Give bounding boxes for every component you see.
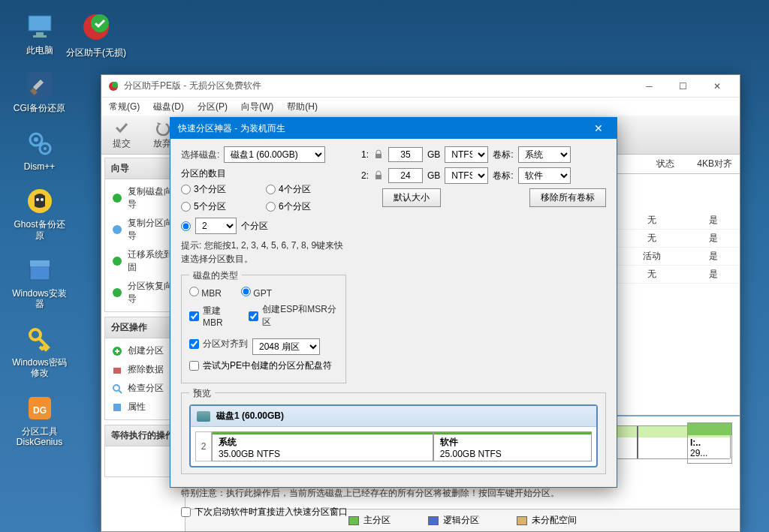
remove-labels-button[interactable]: 移除所有卷标 [529, 188, 606, 207]
plus-icon [111, 345, 123, 357]
hammer-icon [24, 69, 56, 101]
toolbar-commit[interactable]: 提交 [113, 119, 131, 150]
svg-point-10 [36, 198, 39, 201]
partition-fs-select-2[interactable]: NTFS [445, 167, 488, 184]
disk-icon [111, 192, 123, 204]
preview-disk: 磁盘1 (60.00GB) 2 系统35.00GB NTFS 软件25.00GB… [189, 404, 598, 467]
search-icon [111, 383, 123, 395]
preview-section: 预览 磁盘1 (60.00GB) 2 系统35.00GB NTFS [181, 392, 606, 474]
disk-partition-i[interactable]: I:..29... [687, 422, 732, 464]
partition-fs-select-1[interactable]: NTFS [445, 146, 488, 163]
desktop-icon-wininstall[interactable]: Windows安装器 [11, 254, 68, 310]
tip-text: 提示: 您能按1, 2, 3, 4, 5, 6, 7, 8, 9键来快速选择分区… [181, 239, 346, 266]
preview-partition-1[interactable]: 系统35.00GB NTFS [212, 431, 433, 461]
quick-partition-dialog: 快速分区神器 - 为装机而生 ✕ 选择磁盘: 磁盘1 (60.00GB) 分区的… [170, 117, 617, 488]
undo-icon [154, 119, 170, 136]
svg-text:DG: DG [33, 405, 47, 416]
menu-disk[interactable]: 磁盘(D) [153, 101, 184, 113]
partition-label-select-2[interactable]: 软件 [518, 167, 571, 184]
chk-rebuild-mbr[interactable]: 重建MBR [189, 305, 237, 328]
radio-5-partitions[interactable]: 5个分区 [181, 200, 261, 213]
check-icon [113, 119, 130, 136]
dialog-titlebar: 快速分区神器 - 为装机而生 ✕ [170, 118, 617, 139]
desktop-icon-this-pc[interactable]: 此电脑 [11, 11, 68, 56]
lock-icon[interactable] [373, 149, 384, 160]
svg-rect-26 [113, 368, 121, 374]
box-icon [24, 254, 56, 286]
svg-point-21 [113, 194, 122, 203]
minimize-button[interactable]: ─ [632, 76, 666, 97]
default-size-button[interactable]: 默认大小 [382, 188, 441, 207]
svg-point-8 [44, 147, 47, 150]
disk-icon [111, 287, 123, 299]
desktop-icon-ghost[interactable]: Ghost备份还原 [11, 185, 68, 241]
svg-point-24 [113, 288, 122, 297]
select-disk-label: 选择磁盘: [181, 149, 219, 161]
chk-esp-msr[interactable]: 创建ESP和MSR分区 [249, 303, 338, 329]
partition-size-input-1[interactable] [388, 147, 423, 162]
align-select[interactable]: 2048 扇区 [252, 338, 320, 355]
app-icon [107, 80, 119, 92]
radio-custom-partitions[interactable]: 2 个分区 [181, 218, 346, 234]
svg-point-6 [34, 137, 38, 142]
disk-type-label: 磁盘的类型 [189, 269, 242, 282]
disk-icon [111, 224, 123, 236]
menu-general[interactable]: 常规(G) [109, 101, 140, 113]
menu-wizard[interactable]: 向导(W) [241, 101, 273, 113]
partition-size-input-2[interactable] [388, 168, 423, 183]
ghost-icon [24, 185, 56, 217]
radio-gpt[interactable]: GPT [241, 287, 272, 299]
menu-bar: 常规(G) 磁盘(D) 分区(P) 向导(W) 帮助(H) [101, 98, 740, 116]
svg-point-22 [113, 225, 122, 234]
disk-icon [111, 255, 123, 267]
preview-partition-2[interactable]: 软件25.00GB NTFS [433, 431, 592, 461]
desktop-icon-winpwd[interactable]: Windows密码修改 [11, 323, 68, 379]
titlebar: 分区助手PE版 - 无损分区免费软件 ─ ☐ ✕ [101, 75, 740, 98]
toolbar-discard[interactable]: 放弃 [153, 119, 171, 150]
svg-point-23 [113, 257, 122, 266]
svg-point-20 [112, 82, 118, 88]
partition-count-label: 分区的数目 [181, 167, 346, 180]
properties-icon [111, 401, 123, 413]
svg-rect-13 [30, 260, 50, 266]
radio-4-partitions[interactable]: 4个分区 [266, 183, 346, 196]
svg-rect-30 [375, 175, 381, 179]
partition-label-select-1[interactable]: 系统 [518, 146, 571, 163]
svg-point-27 [113, 385, 119, 391]
desktop-icon-cgi[interactable]: CGI备份还原 [11, 69, 68, 113]
custom-count-select[interactable]: 2 [195, 218, 237, 234]
menu-partition[interactable]: 分区(P) [198, 101, 228, 113]
desktop-icon-partition-assistant[interactable]: 分区助手(无损) [66, 11, 126, 58]
svg-point-11 [41, 198, 44, 201]
desktop-icon-diskgenius[interactable]: DG 分区工具DiskGenius [11, 392, 68, 448]
disk-icon [197, 411, 210, 422]
warning-text: 特别注意：执行此操作后，当前所选磁盘上已经存在的所有分区将被删除！按回车键开始分… [181, 486, 606, 500]
radio-mbr[interactable]: MBR [189, 287, 222, 299]
desktop-icon-dism[interactable]: Dism++ [11, 128, 68, 172]
key-icon [24, 323, 56, 355]
close-button[interactable]: ✕ [700, 76, 734, 97]
partition-config-row-2: 2: GB NTFS 卷标: 软件 [355, 167, 606, 184]
chk-pe-drive-letter[interactable]: 尝试为PE中创建的分区分配盘符 [189, 359, 338, 372]
chk-align[interactable]: 分区对齐到 [189, 338, 248, 350]
svg-rect-1 [36, 32, 44, 35]
erase-icon [111, 364, 123, 376]
maximize-button[interactable]: ☐ [666, 76, 700, 97]
svg-rect-29 [375, 154, 381, 158]
svg-rect-0 [29, 16, 51, 31]
menu-help[interactable]: 帮助(H) [287, 101, 318, 113]
partition-config-row-1: 1: GB NTFS 卷标: 系统 [355, 146, 606, 163]
radio-3-partitions[interactable]: 3个分区 [181, 183, 261, 196]
lock-icon[interactable] [373, 170, 384, 181]
radio-6-partitions[interactable]: 6个分区 [266, 200, 346, 213]
select-disk-dropdown[interactable]: 磁盘1 (60.00GB) [224, 146, 325, 163]
dialog-close-button[interactable]: ✕ [588, 119, 609, 137]
partition-assistant-icon [80, 11, 112, 45]
chk-startup-quick[interactable]: 下次启动软件时直接进入快速分区窗口 [181, 506, 606, 518]
diskgenius-icon: DG [24, 392, 56, 424]
svg-rect-2 [33, 35, 47, 38]
svg-rect-28 [113, 404, 121, 411]
monitor-icon [24, 11, 56, 43]
gears-icon [24, 128, 56, 159]
